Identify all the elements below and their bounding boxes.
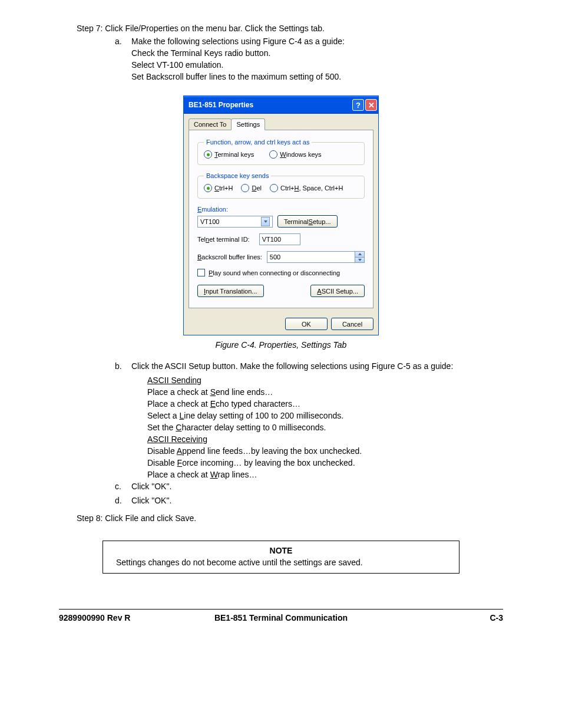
group-function-keys: Function, arrow, and ctrl keys act as Te… <box>197 139 365 165</box>
ascii-receiving-header: ASCII Receiving <box>147 434 503 444</box>
emulation-select[interactable]: VT100 <box>197 216 273 228</box>
spinner-down-icon <box>355 258 364 263</box>
tab-settings[interactable]: Settings <box>231 118 265 130</box>
group-backspace: Backspace key sends Ctrl+H Del Ctrl+H, S… <box>197 172 365 199</box>
ascii-sending-header: ASCII Sending <box>147 375 503 385</box>
b-s-3: Select a Line delay setting of 100 to 20… <box>147 411 503 420</box>
emulation-label: Emulation: <box>197 206 365 213</box>
input-translation-button[interactable]: Input Translation... <box>197 285 264 297</box>
d-text: Click "OK". <box>131 496 503 505</box>
radio-terminal-label: erminal keys <box>218 151 254 158</box>
page-footer: 9289900990 Rev R BE1-851 Terminal Commun… <box>59 609 503 622</box>
dialog-title: BE1-851 Properties <box>189 101 351 109</box>
sub-letter-d: d. <box>115 496 131 508</box>
b-r-2: Disable Force incoming… by leaving the b… <box>147 458 503 467</box>
spinner-up-icon <box>355 252 364 258</box>
note-title: NOTE <box>116 546 446 555</box>
properties-dialog: BE1-851 Properties ? ✕ Connect To Settin… <box>183 95 379 335</box>
ascii-sending-block: ASCII Sending Place a check at Send line… <box>147 375 503 479</box>
sub-letter-c: c. <box>115 482 131 493</box>
radio-windows-keys[interactable]: Windows keys <box>269 150 321 159</box>
a-line-1: Make the following selections using Figu… <box>131 37 503 46</box>
checkbox-icon <box>197 269 205 276</box>
terminal-setup-button[interactable]: Terminal Setup... <box>277 215 338 228</box>
b-s-4: Set the Character delay setting to 0 mil… <box>147 423 503 432</box>
a-line-3: Select VT-100 emulation. <box>131 60 503 70</box>
radio-icon <box>270 184 278 192</box>
sub-letter-b: b. <box>115 361 131 373</box>
radio-ctrl-h[interactable]: Ctrl+H <box>204 184 233 192</box>
backscroll-input[interactable]: 500 <box>267 251 355 263</box>
play-sound-row[interactable]: Play sound when connecting or disconnect… <box>197 269 365 276</box>
backscroll-label: Backscroll buffer lines: <box>197 253 262 261</box>
tab-connect-to[interactable]: Connect To <box>189 118 232 130</box>
cancel-button[interactable]: Cancel <box>331 318 373 330</box>
c-text: Click "OK". <box>131 482 503 491</box>
group-function-keys-legend: Function, arrow, and ctrl keys act as <box>204 139 312 146</box>
step8-line: Step 8: Click File and click Save. <box>77 513 503 523</box>
ok-button[interactable]: OK <box>285 318 328 330</box>
sub-letter-a: a. <box>115 37 131 84</box>
close-button[interactable]: ✕ <box>365 99 377 111</box>
radio-del[interactable]: Del <box>241 184 262 192</box>
ascii-setup-button[interactable]: ASCII Setup... <box>310 285 365 297</box>
group-backspace-legend: Backspace key sends <box>204 172 271 179</box>
radio-icon <box>269 150 277 159</box>
b-s-2: Place a check at Echo typed characters… <box>147 399 503 409</box>
radio-icon <box>204 150 212 159</box>
tab-content-settings: Function, arrow, and ctrl keys act as Te… <box>189 130 373 308</box>
radio-terminal-keys[interactable]: Terminal keys <box>204 150 254 159</box>
help-button[interactable]: ? <box>352 99 364 111</box>
item-d: d. Click "OK". <box>115 496 503 508</box>
radio-windows-label: indows keys <box>286 151 322 158</box>
emulation-value: VT100 <box>200 218 219 225</box>
footer-left: 9289900990 Rev R <box>59 613 207 622</box>
radio-icon <box>204 184 212 192</box>
telnet-label: Telnet terminal ID: <box>197 236 250 243</box>
a-line-2: Check the Terminal Keys radio button. <box>131 48 503 58</box>
dropdown-icon <box>261 217 270 226</box>
note-text: Settings changes do not become active un… <box>116 558 446 567</box>
item-b: b. Click the ASCII Setup button. Make th… <box>115 361 503 373</box>
a-line-4: Set Backscroll buffer lines to the maxim… <box>131 72 503 81</box>
b-r-1: Disable Append line feeds…by leaving the… <box>147 446 503 456</box>
radio-ctrl-h-space[interactable]: Ctrl+H, Space, Ctrl+H <box>270 184 343 192</box>
radio-icon <box>241 184 249 192</box>
backscroll-spinner[interactable] <box>355 251 365 263</box>
b-r-3: Place a check at Wrap lines… <box>147 470 503 479</box>
dialog-tabs: Connect To Settings <box>189 118 373 130</box>
b-intro: Click the ASCII Setup button. Make the f… <box>131 361 503 371</box>
figure-caption: Figure C-4. Properties, Settings Tab <box>59 340 503 350</box>
step7-sub-a: a. Make the following selections using F… <box>115 37 503 84</box>
footer-center: BE1-851 Terminal Communication <box>207 613 355 622</box>
telnet-id-input[interactable]: VT100 <box>259 233 300 245</box>
note-box: NOTE Settings changes do not become acti… <box>103 541 459 574</box>
step7-line: Step 7: Click File/Properties on the men… <box>77 24 503 33</box>
footer-right: C-3 <box>355 613 503 622</box>
b-s-1: Place a check at Send line ends… <box>147 387 503 397</box>
item-c: c. Click "OK". <box>115 482 503 493</box>
dialog-titlebar: BE1-851 Properties ? ✕ <box>184 96 378 114</box>
